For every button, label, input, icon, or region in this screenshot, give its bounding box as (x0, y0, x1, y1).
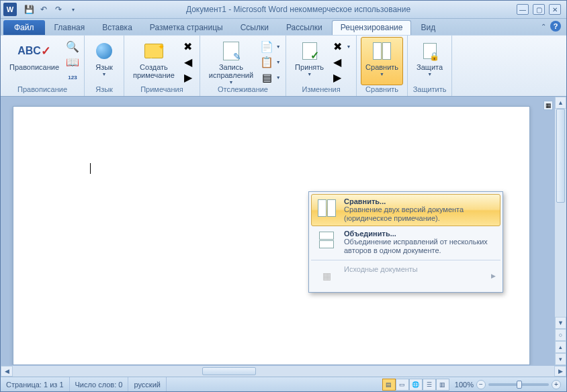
view-web-layout-icon[interactable]: 🌐 (409, 379, 423, 391)
ribbon-tabs: Файл Главная Вставка Разметка страницы С… (1, 19, 566, 34)
zoom-out-button[interactable]: − (476, 380, 486, 389)
zoom-in-button[interactable]: + (552, 380, 561, 389)
minimize-button[interactable]: — (517, 4, 529, 15)
menu-item-source-documents: ▦ Исходные документы ▶ (311, 262, 500, 290)
zoom-slider-thumb[interactable] (517, 381, 522, 389)
next-change-icon[interactable]: ▶ (330, 70, 345, 85)
scroll-down-icon[interactable]: ▼ (555, 317, 566, 329)
reviewing-pane-icon[interactable]: ▤ (259, 70, 274, 85)
prev-change-icon[interactable]: ◀ (330, 55, 345, 70)
compare-label: Сравнить (365, 63, 398, 71)
chevron-down-icon[interactable]: ▼ (345, 40, 352, 54)
group-compare-label: Сравнить (361, 85, 403, 96)
source-docs-icon: ▦ (316, 265, 337, 287)
zoom-control: 100% − + (455, 380, 561, 389)
ruler-toggle-icon[interactable]: ▦ (543, 101, 553, 110)
view-buttons: ▤ ▭ 🌐 ☰ ▥ (382, 379, 449, 391)
reject-icon[interactable]: ✖ (330, 40, 345, 54)
thesaurus-icon[interactable]: 📖 (65, 55, 80, 70)
undo-icon[interactable]: ↶ (37, 3, 50, 16)
chevron-down-icon[interactable]: ▼ (275, 70, 281, 85)
redo-icon[interactable]: ↷ (52, 3, 65, 16)
save-icon[interactable]: 💾 (22, 3, 36, 16)
scroll-left-icon[interactable]: ◀ (1, 366, 13, 377)
compare-button[interactable]: Сравнить ▼ (361, 37, 403, 85)
window-controls: — ▢ ✕ (517, 4, 561, 15)
status-word-count[interactable]: Число слов: 0 (70, 377, 129, 391)
tab-insert[interactable]: Вставка (94, 20, 140, 35)
accept-icon (299, 40, 320, 62)
tab-home[interactable]: Главная (46, 20, 93, 35)
browse-object-icon[interactable]: ○ (555, 329, 566, 341)
next-page-icon[interactable]: ▾ (555, 353, 566, 365)
menu-separator (311, 260, 500, 260)
accept-button[interactable]: Принять ▼ (290, 37, 329, 85)
view-outline-icon[interactable]: ☰ (423, 379, 436, 391)
tab-review[interactable]: Рецензирование (332, 20, 412, 35)
language-label: Язык (95, 63, 113, 71)
group-changes: Принять ▼ ✖▼ ◀ ▶ Изменения (286, 36, 357, 96)
tab-mailings[interactable]: Рассылки (278, 20, 331, 35)
prev-comment-icon[interactable]: ◀ (181, 55, 195, 70)
spelling-icon: ABC✓ (24, 40, 45, 62)
protect-button[interactable]: Защита ▼ (412, 37, 447, 85)
track-changes-button[interactable]: Записьисправлений ▼ (204, 37, 258, 85)
group-proofing-label: Правописание (5, 85, 80, 96)
scroll-right-icon[interactable]: ▶ (554, 366, 566, 377)
scrollbar-thumb[interactable] (556, 109, 565, 203)
language-icon (93, 40, 115, 62)
close-button[interactable]: ✕ (549, 4, 561, 15)
text-cursor (90, 163, 91, 174)
tab-page-layout[interactable]: Разметка страницы (142, 20, 231, 35)
compare-title: Сравнить... (344, 197, 496, 205)
horizontal-scrollbar[interactable]: ◀ ▶ (1, 365, 566, 377)
compare-icon (372, 40, 393, 62)
view-full-screen-icon[interactable]: ▭ (396, 379, 409, 391)
view-draft-icon[interactable]: ▥ (436, 379, 449, 391)
qat-menu-icon[interactable]: ▾ (67, 3, 80, 16)
collapse-ribbon-icon[interactable]: ⌃ (541, 23, 546, 30)
scrollbar-track[interactable] (13, 366, 554, 377)
language-button[interactable]: Язык ▼ (89, 37, 120, 85)
tab-references[interactable]: Ссылки (232, 20, 277, 35)
zoom-slider[interactable] (488, 383, 549, 386)
tab-view[interactable]: Вид (412, 20, 443, 35)
menu-item-combine[interactable]: Объединить... Объединение исправлений от… (311, 226, 500, 258)
group-tracking-label: Отслеживание (204, 85, 281, 96)
zoom-level[interactable]: 100% (455, 381, 474, 389)
combine-title: Объединить... (344, 230, 496, 238)
spelling-button[interactable]: ABC✓ Правописание (5, 37, 64, 85)
chevron-down-icon[interactable]: ▼ (275, 55, 281, 70)
scrollbar-thumb[interactable] (202, 367, 256, 376)
group-language-label: Язык (89, 85, 120, 96)
help-icon[interactable]: ? (550, 21, 561, 32)
display-for-review-icon[interactable]: 📄 (259, 40, 274, 54)
chevron-down-icon: ▼ (427, 72, 432, 77)
menu-item-compare[interactable]: Сравнить... Сравнение двух версий докуме… (311, 194, 500, 226)
new-comment-button[interactable]: ✦ Создатьпримечание (128, 37, 179, 85)
scroll-up-icon[interactable]: ▲ (555, 97, 566, 109)
track-changes-icon (220, 40, 242, 62)
show-markup-icon[interactable]: 📋 (259, 55, 274, 70)
status-page[interactable]: Страница: 1 из 1 (1, 377, 70, 391)
ribbon: ABC✓ Правописание 🔍 📖 123 Правописание Я… (1, 35, 566, 97)
research-icon[interactable]: 🔍 (65, 40, 80, 54)
group-protect: Защита ▼ Защитить (407, 36, 452, 96)
word-count-icon[interactable]: 123 (65, 70, 80, 85)
chevron-down-icon[interactable]: ▼ (275, 40, 281, 54)
document-area: ▦ ▲ ▼ ○ ▴ ▾ Сравнить... Сравнение двух в… (1, 97, 566, 365)
chevron-down-icon: ▼ (307, 72, 312, 77)
tab-file[interactable]: Файл (3, 20, 45, 35)
statusbar: Страница: 1 из 1 Число слов: 0 русский ▤… (1, 377, 566, 391)
scrollbar-track[interactable] (555, 109, 566, 317)
group-comments: ✦ Создатьпримечание ✖ ◀ ▶ Примечания (124, 36, 200, 96)
prev-page-icon[interactable]: ▴ (555, 341, 566, 353)
view-print-layout-icon[interactable]: ▤ (382, 379, 396, 391)
next-comment-icon[interactable]: ▶ (181, 70, 195, 85)
compare-dropdown-menu: Сравнить... Сравнение двух версий докуме… (308, 191, 503, 293)
status-language[interactable]: русский (128, 377, 166, 391)
right-sidebar: ▦ (542, 97, 554, 365)
vertical-scrollbar[interactable]: ▲ ▼ ○ ▴ ▾ (554, 97, 566, 365)
delete-comment-icon[interactable]: ✖ (181, 40, 195, 54)
maximize-button[interactable]: ▢ (533, 4, 545, 15)
